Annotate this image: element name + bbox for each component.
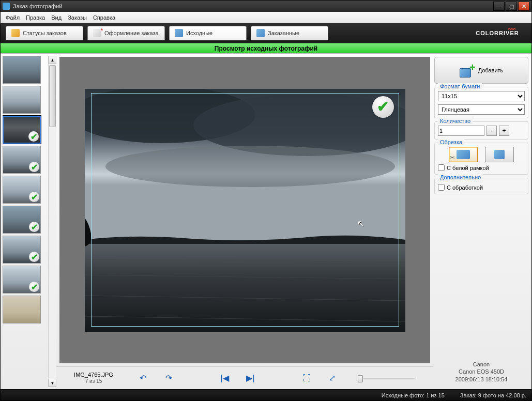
tab-ordered[interactable]: Заказанные (251, 26, 328, 40)
file-index: 7 из 15 (63, 378, 125, 384)
minimize-button[interactable]: — (493, 2, 505, 11)
window-title: Заказ фотографий (13, 3, 493, 9)
tab-source[interactable]: Исходные (169, 26, 247, 40)
fit-button[interactable]: ⛶ (301, 373, 312, 384)
crop-group: Обрезка ✂ С белой рамкой (434, 143, 528, 175)
file-name: IMG_4765.JPG (63, 372, 125, 378)
thumbnail-list: ✔✔✔✔✔✔ (3, 56, 48, 387)
quantity-plus-button[interactable]: + (499, 126, 509, 136)
add-label: Добавить (478, 67, 504, 73)
menu-file[interactable]: Файл (3, 13, 23, 22)
thumbnail[interactable] (3, 56, 41, 84)
app-window: Заказ фотографий — ▢ ✕ Файл Правка Вид З… (0, 0, 532, 401)
tab-status[interactable]: Статусы заказов (6, 26, 83, 40)
thumbnail[interactable]: ✔ (3, 116, 41, 144)
crop-mode-cut-button[interactable]: ✂ (449, 147, 478, 162)
paper-size-select[interactable]: 11x15 (438, 91, 525, 101)
status-source: Исходные фото: 1 из 15 (382, 392, 445, 398)
camera-make: Canon (434, 361, 528, 368)
quantity-minus-button[interactable]: - (487, 126, 497, 136)
tab-checkout-label: Оформление заказа (104, 30, 159, 36)
toolbar: Статусы заказов * Оформление заказа Исхо… (1, 23, 531, 43)
svg-rect-4 (85, 241, 405, 332)
rotate-left-button[interactable]: ↶ (138, 373, 149, 384)
menu-edit[interactable]: Правка (23, 13, 48, 22)
thumb-check-icon: ✔ (29, 192, 39, 202)
prev-button[interactable]: |◀ (219, 373, 231, 384)
scroll-up-button[interactable]: ▲ (49, 56, 56, 64)
crop-group-title: Обрезка (438, 139, 464, 145)
file-info: IMG_4765.JPG 7 из 15 (63, 372, 125, 384)
extra-group: Дополнительно С обработкой (434, 178, 528, 194)
close-button[interactable]: ✕ (518, 2, 529, 11)
next-button[interactable]: ▶| (245, 373, 256, 384)
add-icon: + (460, 63, 474, 78)
scroll-thumb[interactable] (49, 65, 56, 127)
extra-group-title: Дополнительно (438, 174, 483, 180)
tab-status-label: Статусы заказов (23, 30, 67, 36)
titlebar: Заказ фотографий — ▢ ✕ (1, 1, 531, 12)
thumbnail[interactable]: ✔ (3, 146, 41, 174)
right-panel: + Добавить Формат бумаги 11x15 Глянцевая… (433, 54, 531, 389)
thumbnail[interactable] (3, 296, 41, 323)
cursor-icon: ↖ (357, 219, 364, 228)
app-icon (3, 3, 10, 10)
zoom-slider[interactable] (358, 374, 415, 383)
white-border-label: С белой рамкой (447, 165, 489, 171)
thumbnail[interactable] (3, 86, 41, 114)
quantity-group: Количество - + (434, 121, 528, 140)
processing-label: С обработкой (447, 184, 483, 191)
processing-row[interactable]: С обработкой (438, 184, 525, 191)
processing-checkbox[interactable] (438, 184, 445, 191)
thumb-check-icon: ✔ (29, 252, 39, 262)
checkout-icon: * (93, 29, 101, 37)
white-border-row[interactable]: С белой рамкой (438, 164, 525, 171)
scroll-down-button[interactable]: ▼ (49, 379, 56, 387)
thumb-check-icon: ✔ (29, 282, 39, 292)
rotate-right-button[interactable]: ↷ (163, 373, 175, 384)
maximize-button[interactable]: ▢ (506, 2, 517, 11)
banner-title: Просмотр исходных фотографий (1, 43, 531, 53)
photo: ✔ ↖ (85, 89, 405, 332)
svg-point-3 (105, 146, 395, 187)
scroll-track[interactable] (49, 64, 56, 379)
thumbnail-panel: ✔✔✔✔✔✔ ▲ ▼ (1, 54, 56, 389)
tab-source-label: Исходные (186, 30, 212, 36)
preview-area[interactable]: ✔ ↖ (59, 57, 430, 363)
add-button[interactable]: + Добавить (434, 57, 528, 84)
menubar: Файл Правка Вид Заказы Справка (1, 12, 531, 23)
quantity-group-title: Количество (438, 118, 473, 124)
thumb-check-icon: ✔ (29, 162, 39, 172)
thumbnail[interactable]: ✔ (3, 266, 41, 294)
thumbnail[interactable]: ✔ (3, 176, 41, 204)
status-icon (11, 29, 20, 37)
preview-controls: ↶ ↷ |◀ ▶| ⛶ ⤢ (125, 373, 427, 384)
thumbnail[interactable]: ✔ (3, 206, 41, 234)
selected-check-icon[interactable]: ✔ (372, 96, 394, 118)
preview-column: ✔ ↖ IMG_4765.JPG 7 из 15 ↶ ↷ |◀ ▶| ⛶ (56, 54, 433, 389)
actual-size-button[interactable]: ⤢ (327, 373, 338, 384)
menu-help[interactable]: Справка (90, 13, 118, 22)
thumbnail[interactable]: ✔ (3, 236, 41, 264)
statusbar: Исходные фото: 1 из 15 Заказ: 9 фото на … (1, 389, 531, 400)
thumb-check-icon: ✔ (29, 222, 39, 232)
quantity-input[interactable] (438, 126, 484, 136)
camera-model: Canon EOS 450D (434, 368, 528, 375)
brand-wave-icon: 〰 (508, 25, 516, 34)
thumb-check-icon: ✔ (28, 131, 39, 142)
camera-datetime: 2009:06:13 18:10:54 (434, 376, 528, 383)
source-icon (175, 29, 183, 37)
thumbnail-scrollbar[interactable]: ▲ ▼ (48, 56, 56, 387)
ordered-icon (256, 29, 265, 37)
crop-mode-fit-button[interactable] (485, 147, 514, 162)
camera-info: Canon Canon EOS 450D 2009:06:13 18:10:54 (434, 361, 528, 386)
white-border-checkbox[interactable] (438, 164, 445, 171)
paper-finish-select[interactable]: Глянцевая (438, 104, 525, 115)
tab-checkout[interactable]: * Оформление заказа (87, 26, 165, 40)
file-bar: IMG_4765.JPG 7 из 15 ↶ ↷ |◀ ▶| ⛶ ⤢ (56, 366, 433, 389)
workspace: ✔✔✔✔✔✔ ▲ ▼ (1, 53, 531, 389)
tab-ordered-label: Заказанные (268, 30, 299, 36)
paper-group-title: Формат бумаги (438, 83, 482, 89)
menu-orders[interactable]: Заказы (65, 13, 90, 22)
menu-view[interactable]: Вид (48, 13, 65, 22)
